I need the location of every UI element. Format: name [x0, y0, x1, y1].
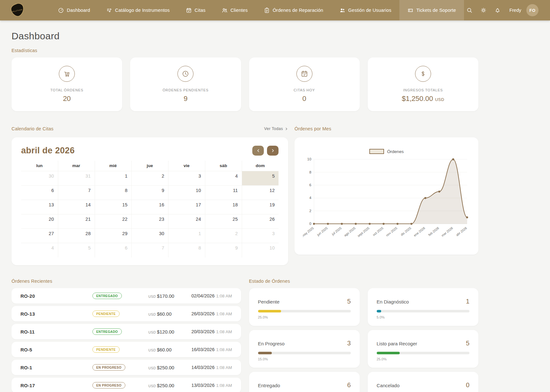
calendar-day[interactable]: 12 [242, 186, 279, 200]
order-row-ro-5[interactable]: RO-5PENDIENTEUSD$60.0016/03/20261:08 AM [12, 342, 241, 357]
calendar-grid: lunmarmiéjueviesábdom 303112345678910111… [21, 161, 279, 257]
calendar-day[interactable]: 9 [131, 186, 168, 200]
bell-icon [494, 7, 501, 13]
svg-text:jul 2025: jul 2025 [331, 226, 342, 236]
search-icon [466, 7, 473, 13]
calendar-day[interactable]: 20 [21, 214, 58, 229]
calendar-day[interactable]: 7 [58, 186, 95, 200]
calendar-day[interactable]: 5 [58, 243, 95, 257]
nav-item-tickets-de-soporte[interactable]: Tickets de Soporte [399, 0, 464, 20]
nav-item-citas[interactable]: Citas [178, 0, 214, 20]
calendar-day[interactable]: 10 [242, 243, 279, 257]
calendar-day[interactable]: 3 [168, 171, 205, 186]
calendar-day[interactable]: 30 [21, 171, 58, 186]
calendar-day[interactable]: 27 [21, 229, 58, 243]
order-status-badge: ENTREGADO [92, 328, 122, 335]
calendar-day[interactable]: 4 [205, 171, 242, 186]
calendar-icon [301, 70, 308, 78]
calendar-day[interactable]: 1 [168, 229, 205, 243]
weekday-header: sáb [205, 161, 242, 171]
calendar-day[interactable]: 29 [95, 229, 131, 243]
calendar-day[interactable]: 3 [242, 229, 279, 243]
order-amount: USD$250.00 [148, 365, 191, 370]
order-row-ro-13[interactable]: RO-13PENDIENTEUSD$60.0026/03/20261:08 AM [12, 306, 241, 321]
calendar-day[interactable]: 26 [242, 214, 279, 229]
chart-section-title: Órdenes por Mes [295, 126, 331, 131]
calendar-day[interactable]: 22 [95, 214, 131, 229]
calendar-day[interactable]: 14 [58, 200, 95, 214]
nav-item-dashboard[interactable]: Dashboard [50, 0, 98, 20]
status-count: 5 [466, 340, 469, 347]
calendar-day[interactable]: 23 [131, 214, 168, 229]
order-status-badge: EN PROGRESO [92, 382, 125, 388]
calendar-day[interactable]: 15 [95, 200, 131, 214]
order-row-ro-1[interactable]: RO-1EN PROGRESOUSD$250.0014/03/20261:08 … [12, 360, 241, 375]
calendar-day[interactable]: 21 [58, 214, 95, 229]
order-status-section: Estado de Órdenes Pendiente525.0%En Diag… [249, 279, 479, 392]
svg-text:sept 2025: sept 2025 [357, 226, 370, 238]
order-date: 13/03/20261:08 AM [191, 383, 232, 388]
next-month-button[interactable] [267, 146, 279, 156]
nav-item-label: Catálogo de Instrumentos [115, 8, 170, 13]
stat-label: CITAS HOY [294, 88, 315, 92]
view-all-label: Ver Todas [264, 127, 283, 131]
calendar-day[interactable]: 28 [58, 229, 95, 243]
calendar-day[interactable]: 8 [168, 243, 205, 257]
recent-orders-list: RO-20ENTREGADOUSD$170.0002/04/20261:08 A… [12, 288, 241, 392]
nav-item-catalogo-de-instrumentos[interactable]: Catálogo de Instrumentos [98, 0, 178, 20]
order-amount: USD$60.00 [148, 347, 191, 352]
calendar-day[interactable]: 31 [58, 171, 95, 186]
notifications-button[interactable] [492, 5, 503, 16]
weekday-header: jue [131, 161, 168, 171]
page-title: Dashboard [12, 31, 478, 42]
status-count: 0 [466, 381, 469, 389]
status-count: 5 [347, 298, 351, 305]
search-button[interactable] [464, 5, 475, 16]
svg-text:10: 10 [307, 157, 311, 161]
calendar-day[interactable]: 18 [205, 200, 242, 214]
stat-value: 9 [184, 95, 187, 103]
topbar-right-cluster: Fredy FO [464, 4, 538, 16]
cart-icon [59, 66, 75, 82]
order-row-ro-11[interactable]: RO-11ENTREGADOUSD$120.0020/03/20261:08 A… [12, 324, 241, 339]
nav-item-ordenes-de-reparacion[interactable]: Órdenes de Reparación [256, 0, 331, 20]
order-row-ro-17[interactable]: RO-17EN PROGRESOUSD$250.0013/03/20261:08… [12, 378, 241, 392]
orders-by-month-svg: 0246810may 2025jun 2025jul 2025ago 2025s… [303, 155, 470, 252]
view-all-appointments-link[interactable]: Ver Todas [264, 127, 288, 131]
calendar-day-selected[interactable]: 5 [242, 171, 279, 186]
calendar-day[interactable]: 24 [168, 214, 205, 229]
nav-item-gestion-de-usuarios[interactable]: Gestión de Usuarios [331, 0, 399, 20]
order-row-ro-20[interactable]: RO-20ENTREGADOUSD$170.0002/04/20261:08 A… [12, 288, 241, 304]
weekday-header: mié [95, 161, 131, 171]
calendar-day[interactable]: 1 [95, 171, 131, 186]
calendar-day[interactable]: 7 [131, 243, 168, 257]
avatar[interactable]: FO [526, 4, 538, 16]
prev-month-button[interactable] [252, 146, 264, 156]
recent-orders-title: Órdenes Recientes [12, 279, 241, 284]
calendar-day[interactable]: 6 [95, 243, 131, 257]
calendar-day[interactable]: 11 [205, 186, 242, 200]
ticket-icon [407, 7, 413, 13]
theme-button[interactable] [478, 5, 489, 16]
calendar-day[interactable]: 17 [168, 200, 205, 214]
calendar-day[interactable]: 30 [131, 229, 168, 243]
calendar-day[interactable]: 8 [95, 186, 131, 200]
nav-item-clientes[interactable]: Clientes [214, 0, 256, 20]
calendar-day[interactable]: 10 [168, 186, 205, 200]
calendar-day[interactable]: 6 [21, 186, 58, 200]
calendar-day[interactable]: 13 [21, 200, 58, 214]
calendar-day[interactable]: 19 [242, 200, 279, 214]
status-card-pendiente: Pendiente525.0% [249, 288, 360, 326]
order-status-title: Estado de Órdenes [249, 279, 479, 284]
calendar-day[interactable]: 16 [131, 200, 168, 214]
status-progress-fill [377, 352, 400, 354]
calendar-day[interactable]: 25 [205, 214, 242, 229]
calendar-day[interactable]: 9 [205, 243, 242, 257]
calendar-day[interactable]: 4 [21, 243, 58, 257]
chart-legend: Órdenes [303, 149, 470, 154]
order-status-grid: Pendiente525.0%En Diagnóstico15.0%En Pro… [249, 288, 479, 392]
app-logo[interactable]: MILUTHIER [10, 2, 25, 19]
calendar-day[interactable]: 2 [205, 229, 242, 243]
order-date: 20/03/20261:08 AM [191, 329, 232, 334]
calendar-day[interactable]: 2 [131, 171, 168, 186]
